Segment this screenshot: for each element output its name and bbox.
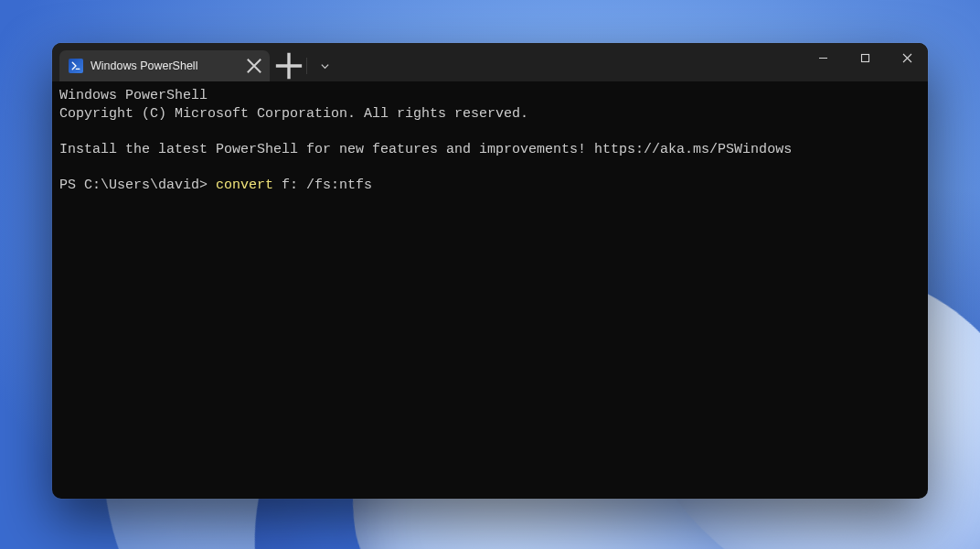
tab-powershell[interactable]: Windows PowerShell [59,50,270,81]
tab-actions [273,50,340,81]
maximize-button[interactable] [844,43,886,72]
minimize-button[interactable] [802,43,844,72]
svg-rect-0 [861,54,868,61]
tab-title: Windows PowerShell [91,59,197,72]
chevron-down-icon [320,61,330,71]
terminal-line: Copyright (C) Microsoft Corporation. All… [59,106,528,122]
terminal-output[interactable]: Windows PowerShell Copyright (C) Microso… [52,81,928,499]
minimize-icon [818,53,828,63]
close-icon [902,53,912,63]
tab-dropdown-button[interactable] [309,52,340,80]
terminal-line: Install the latest PowerShell for new fe… [59,142,792,157]
terminal-command: convert [216,178,273,193]
close-window-button[interactable] [886,43,928,72]
powershell-icon [69,59,83,73]
maximize-icon [860,53,870,63]
close-icon [246,58,262,74]
terminal-window: Windows PowerShell [52,43,928,499]
tab-close-button[interactable] [246,58,262,74]
tab-actions-divider [306,58,307,74]
plus-icon [273,50,304,81]
terminal-prompt: PS C:\Users\david> [59,178,216,193]
desktop-wallpaper: Windows PowerShell [0,0,980,549]
terminal-command-args: f: /fs:ntfs [273,178,372,193]
terminal-line: Windows PowerShell [59,88,208,103]
new-tab-button[interactable] [273,52,304,80]
window-controls [802,43,928,81]
window-titlebar[interactable]: Windows PowerShell [52,43,928,81]
